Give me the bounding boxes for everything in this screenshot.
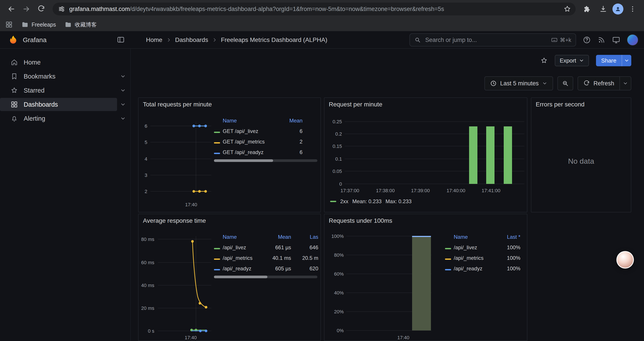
series-color-swatch bbox=[214, 142, 220, 144]
legend-header-name[interactable]: Name bbox=[454, 234, 500, 240]
y-tick: 4 bbox=[145, 156, 147, 162]
panel-title[interactable]: Total requests per minute bbox=[143, 101, 212, 108]
panel-title[interactable]: Requests under 100ms bbox=[329, 217, 392, 224]
panel-title[interactable]: Request per minute bbox=[329, 101, 382, 108]
grafana-user-avatar[interactable] bbox=[627, 34, 638, 46]
apps-grid-icon[interactable] bbox=[5, 21, 13, 28]
legend-scrollbar[interactable] bbox=[214, 276, 318, 278]
chevron-right-icon bbox=[166, 38, 171, 42]
y-tick: 0.05 bbox=[332, 169, 342, 174]
sidebar-item-home[interactable]: Home bbox=[0, 56, 130, 69]
dock-panel-icon bbox=[116, 36, 125, 44]
time-range-picker[interactable]: Last 5 minutes bbox=[484, 76, 553, 90]
legend-row[interactable]: GET /api/_livez 6 bbox=[214, 126, 302, 137]
home-icon bbox=[10, 59, 18, 66]
mega-menu-toggle[interactable] bbox=[116, 36, 125, 46]
panel-title[interactable]: Average response time bbox=[143, 217, 206, 224]
chevron-down-icon[interactable] bbox=[120, 74, 126, 79]
scrollbar-thumb[interactable] bbox=[214, 276, 268, 278]
extensions-button[interactable] bbox=[580, 2, 594, 16]
browser-menu-button[interactable] bbox=[626, 2, 640, 16]
brand-name: Grafana bbox=[23, 36, 46, 44]
share-button[interactable]: Share bbox=[596, 55, 622, 66]
legend-scrollbar[interactable] bbox=[214, 159, 318, 162]
share-split-button: Share bbox=[596, 55, 631, 66]
sidebar-item-starred[interactable]: Starred bbox=[0, 84, 130, 97]
y-tick: 20 ms bbox=[141, 305, 154, 311]
legend-header-mean[interactable]: Mean bbox=[266, 234, 291, 240]
downloads-button[interactable] bbox=[596, 2, 610, 16]
share-menu-button[interactable] bbox=[622, 55, 631, 66]
legend-line[interactable]: 2xx Mean: 0.233 Max: 0.233 bbox=[330, 198, 412, 204]
legend-header-last[interactable]: Last * bbox=[500, 234, 520, 240]
search-input[interactable] bbox=[424, 36, 548, 44]
person-icon bbox=[614, 6, 622, 13]
dashboard-main: Export Share Last 5 minutes bbox=[131, 49, 644, 341]
breadcrumb-dashboards[interactable]: Dashboards bbox=[175, 37, 208, 44]
series-metrics bbox=[191, 240, 207, 308]
request-per-minute-chart[interactable]: 0.25 0.2 0.15 0.1 0.05 0 17:37:00 17:38:… bbox=[324, 110, 528, 212]
series-last: 620 bbox=[291, 265, 318, 272]
help-icon[interactable] bbox=[582, 36, 591, 44]
bookmark-folder-blogs[interactable]: 收藏博客 bbox=[65, 21, 97, 28]
panel-average-response-time: Average response time 80 ms 60 ms 40 ms … bbox=[138, 214, 321, 341]
back-button[interactable] bbox=[4, 2, 18, 16]
legend-row[interactable]: /api/_metrics 100% bbox=[445, 253, 520, 263]
y-tick: 60% bbox=[334, 271, 344, 277]
series-mean: 661 µs bbox=[266, 244, 291, 251]
breadcrumb-home[interactable]: Home bbox=[146, 37, 162, 44]
y-tick: 6 bbox=[145, 123, 147, 129]
folder-icon bbox=[22, 21, 28, 28]
series-color-swatch bbox=[445, 269, 451, 270]
monitor-icon[interactable] bbox=[612, 36, 620, 44]
series-last: 100% bbox=[500, 255, 520, 261]
star-icon bbox=[10, 87, 18, 94]
grafana-body: Home Bookmarks Starred Dashb bbox=[0, 49, 644, 341]
legend-row[interactable]: GET /api/_readyz 6 bbox=[214, 147, 302, 158]
chevron-down-icon[interactable] bbox=[120, 116, 126, 121]
search-box[interactable]: ⌘+k bbox=[410, 33, 576, 47]
y-tick: 100% bbox=[332, 233, 344, 239]
refresh-button[interactable]: Refresh bbox=[578, 77, 620, 90]
scrollbar-thumb[interactable] bbox=[214, 159, 273, 162]
legend-row[interactable]: /api/_readyz 605 µs 620 bbox=[214, 263, 318, 274]
refresh-icon bbox=[583, 80, 590, 87]
sidebar-item-alerting[interactable]: Alerting bbox=[0, 112, 130, 125]
browser-profile-avatar[interactable] bbox=[612, 4, 624, 15]
series-mean: 6 bbox=[275, 128, 302, 134]
url-bar[interactable]: grafana.mathmast.com/d/deytv4rwavabkb/fr… bbox=[52, 3, 576, 15]
refresh-split-button: Refresh bbox=[578, 76, 631, 90]
breadcrumb-current: Freeleaps Metrics Dashboard (ALPHA) bbox=[221, 37, 328, 44]
legend-header-name[interactable]: Name bbox=[223, 118, 275, 124]
zoom-out-button[interactable] bbox=[558, 76, 573, 90]
refresh-interval-button[interactable] bbox=[620, 77, 631, 90]
favorite-star-button[interactable] bbox=[540, 57, 548, 64]
forward-icon bbox=[22, 5, 30, 13]
chevron-down-icon[interactable] bbox=[120, 88, 126, 93]
legend-row[interactable]: GET /api/_metrics 2 bbox=[214, 137, 302, 147]
chevron-down-icon[interactable] bbox=[120, 102, 126, 107]
sidebar-item-dashboards[interactable]: Dashboards bbox=[0, 98, 130, 111]
legend-row[interactable]: /api/_metrics 40.1 ms 20.5 m bbox=[214, 253, 318, 263]
rss-icon[interactable] bbox=[598, 36, 606, 44]
legend-header-name[interactable]: Name bbox=[223, 234, 266, 240]
legend-header-mean[interactable]: Mean bbox=[275, 118, 302, 124]
legend-header-last[interactable]: Las bbox=[291, 234, 318, 240]
chevron-down-icon bbox=[542, 81, 547, 86]
reload-button[interactable] bbox=[34, 2, 48, 16]
series-name: 2xx bbox=[340, 198, 348, 204]
export-button[interactable]: Export bbox=[555, 55, 589, 66]
assistant-avatar-overlay[interactable] bbox=[616, 251, 634, 269]
forward-button[interactable] bbox=[19, 2, 33, 16]
bookmark-folder-freeleaps[interactable]: Freeleaps bbox=[22, 21, 56, 28]
y-tick: 40% bbox=[334, 290, 344, 295]
chevron-right-icon bbox=[212, 38, 217, 42]
legend-row[interactable]: /api/_livez 661 µs 646 bbox=[214, 242, 318, 253]
legend-row[interactable]: /api/_livez 100% bbox=[445, 242, 520, 253]
time-controls-row: Last 5 minutes Refresh bbox=[131, 76, 631, 90]
bookmark-star-icon[interactable] bbox=[563, 5, 571, 13]
legend-row[interactable]: /api/_readyz 100% bbox=[445, 263, 520, 274]
sidebar-item-bookmarks[interactable]: Bookmarks bbox=[0, 70, 130, 83]
panel-title[interactable]: Errors per second bbox=[536, 101, 584, 108]
brand-cluster[interactable]: Grafana bbox=[8, 31, 46, 49]
